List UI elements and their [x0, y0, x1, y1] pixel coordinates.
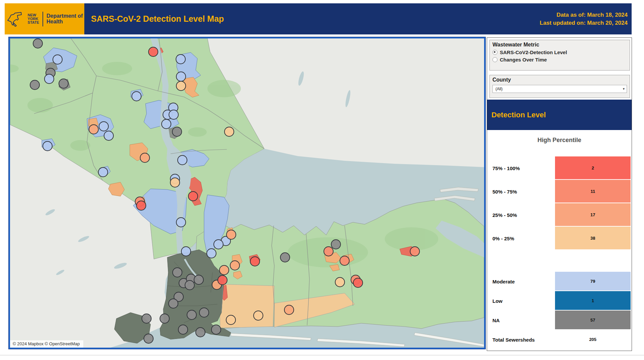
- legend-row-value: 2: [555, 156, 631, 179]
- sewershed-site-marker-blue[interactable]: [176, 54, 185, 64]
- logo-department: Department of Health: [47, 13, 83, 25]
- sewershed-site-marker-salmon[interactable]: [324, 247, 333, 256]
- legend-row-value: 38: [555, 227, 631, 249]
- sewershed-site-marker-gray[interactable]: [169, 299, 178, 308]
- logo-divider: [42, 12, 43, 26]
- sewershed-site-marker-red[interactable]: [250, 257, 260, 266]
- metric-option-0[interactable]: SARS-CoV2-Detection Level: [492, 49, 627, 55]
- legend-row-label: Total Sewersheds: [492, 337, 535, 343]
- control-panel: Wastewater Metric SARS-CoV2-Detection Le…: [487, 37, 632, 351]
- ny-state-outline-icon: [6, 10, 26, 28]
- sewershed-site-marker-orange[interactable]: [140, 153, 150, 162]
- last-updated: Last updated on: March 20, 2024: [540, 19, 628, 27]
- sewershed-site-marker-red[interactable]: [149, 47, 158, 56]
- sewershed-site-marker-peach[interactable]: [226, 315, 236, 325]
- page-title: SARS-CoV-2 Detection Level Map: [84, 14, 224, 24]
- sewershed-site-marker-gray[interactable]: [187, 310, 196, 320]
- sewershed-site-marker-orange[interactable]: [226, 230, 236, 239]
- legend-row-label: 25% - 50%: [492, 212, 517, 218]
- sewershed-site-marker-gray[interactable]: [178, 325, 188, 334]
- sewershed-site-marker-blue[interactable]: [181, 247, 191, 256]
- county-box: County (All) ▼: [489, 75, 630, 98]
- sewershed-site-marker-blue[interactable]: [178, 155, 187, 165]
- sewershed-site-marker-blue[interactable]: [176, 72, 186, 81]
- legend-row-50-75-: 50% - 75%11: [487, 180, 631, 203]
- sewershed-site-marker-orange[interactable]: [89, 125, 98, 134]
- sewershed-site-marker-salmon[interactable]: [410, 247, 420, 256]
- sewershed-site-marker-blue[interactable]: [44, 74, 54, 84]
- legend-row-label: Moderate: [492, 279, 515, 284]
- legend-row-75-100-: 75% - 100%2: [487, 156, 631, 180]
- sewershed-site-marker-red[interactable]: [218, 275, 227, 285]
- sewershed-site-marker-gray[interactable]: [196, 328, 205, 337]
- sewershed-site-marker-red[interactable]: [353, 278, 363, 287]
- sewershed-site-marker-gray[interactable]: [33, 39, 42, 48]
- sewershed-site-marker-blue[interactable]: [132, 92, 141, 101]
- legend-row-value: 205: [555, 330, 631, 349]
- wastewater-metric-box: Wastewater Metric SARS-CoV2-Detection Le…: [489, 40, 630, 71]
- sewershed-site-marker-peach[interactable]: [254, 311, 263, 320]
- sewershed-site-marker-salmon[interactable]: [340, 256, 349, 265]
- sewershed-site-marker-orange[interactable]: [230, 261, 240, 270]
- legend-row-value: 1: [555, 291, 631, 310]
- legend-row-value: 57: [555, 311, 631, 329]
- legend-row-na: NA57: [487, 311, 631, 330]
- sewershed-site-marker-blue[interactable]: [98, 167, 108, 177]
- high-percentile-label: High Percentile: [487, 137, 632, 144]
- sewershed-site-marker-gray[interactable]: [144, 334, 153, 343]
- sewershed-site-marker-blue[interactable]: [214, 240, 223, 249]
- sewershed-site-marker-peach[interactable]: [170, 178, 180, 187]
- sewershed-site-marker-gray[interactable]: [59, 79, 68, 88]
- sewershed-site-marker-blue[interactable]: [162, 119, 171, 129]
- wastewater-metric-options: SARS-CoV2-Detection LevelChanges Over Ti…: [492, 49, 627, 63]
- sewershed-site-marker-gray[interactable]: [30, 80, 39, 90]
- map[interactable]: © 2024 Mapbox © OpenStreetMap: [9, 37, 485, 349]
- sewershed-site-marker-peach[interactable]: [335, 277, 345, 287]
- sewershed-site-marker-blue[interactable]: [53, 55, 62, 64]
- sewershed-site-marker-gray[interactable]: [199, 308, 209, 317]
- sewershed-site-marker-gray[interactable]: [185, 280, 194, 290]
- metric-option-1[interactable]: Changes Over Time: [492, 57, 627, 63]
- county-dropdown[interactable]: (All) ▼: [492, 85, 627, 93]
- sewershed-site-marker-blue[interactable]: [99, 122, 108, 131]
- sewershed-site-marker-gray[interactable]: [173, 268, 182, 277]
- map-canvas[interactable]: [10, 38, 484, 348]
- sewershed-site-marker-gray[interactable]: [331, 240, 341, 249]
- sewershed-site-marker-blue[interactable]: [43, 141, 52, 151]
- legend-row-value: 11: [555, 180, 631, 203]
- sewershed-site-marker-peach[interactable]: [224, 127, 234, 136]
- legend-row-label: 0% - 25%: [492, 236, 514, 241]
- map-attribution[interactable]: © 2024 Mapbox © OpenStreetMap: [10, 340, 83, 348]
- sewershed-site-marker-gray[interactable]: [142, 314, 151, 323]
- legend-row-total-sewersheds: Total Sewersheds205: [487, 330, 631, 349]
- data-dates: Data as of: March 18, 2024 Last updated …: [540, 11, 632, 27]
- legend-row-label: Low: [492, 298, 502, 304]
- sewershed-site-marker-gray[interactable]: [211, 325, 221, 334]
- legend-row-moderate: Moderate79: [487, 272, 631, 291]
- legend-row-label: NA: [492, 318, 500, 323]
- sewershed-site-marker-red[interactable]: [136, 201, 146, 210]
- detection-legend: 75% - 100%250% - 75%1125% - 50%170% - 25…: [487, 156, 631, 349]
- sewershed-site-marker-orange[interactable]: [284, 305, 294, 315]
- sewershed-site-marker-blue[interactable]: [104, 131, 113, 140]
- data-as-of: Data as of: March 18, 2024: [540, 11, 628, 19]
- sewershed-site-marker-gray[interactable]: [280, 253, 290, 262]
- county-title: County: [492, 77, 627, 83]
- sewershed-site-marker-blue[interactable]: [169, 110, 178, 119]
- sewershed-site-marker-gray[interactable]: [160, 314, 169, 323]
- sewershed-site-marker-red[interactable]: [188, 192, 198, 201]
- sewershed-site-marker-peach[interactable]: [176, 81, 186, 91]
- metric-option-label: SARS-CoV2-Detection Level: [500, 49, 567, 55]
- nys-doh-logo: NEW YORK STATE Department of Health: [5, 3, 84, 34]
- legend-row-label: 75% - 100%: [492, 165, 520, 171]
- sewershed-site-marker-orange[interactable]: [219, 265, 229, 275]
- radio-selected-icon[interactable]: [492, 50, 497, 55]
- sewershed-site-marker-gray[interactable]: [172, 127, 182, 136]
- chevron-down-icon[interactable]: ▼: [622, 87, 625, 91]
- sewershed-site-marker-blue[interactable]: [207, 249, 216, 258]
- radio-unselected-icon[interactable]: [492, 57, 497, 62]
- legend-high-percentile-rows: 75% - 100%250% - 75%1125% - 50%170% - 25…: [487, 156, 631, 250]
- sewershed-site-marker-gray[interactable]: [194, 275, 203, 284]
- legend-row-25-50-: 25% - 50%17: [487, 203, 631, 227]
- sewershed-site-marker-blue[interactable]: [176, 218, 186, 227]
